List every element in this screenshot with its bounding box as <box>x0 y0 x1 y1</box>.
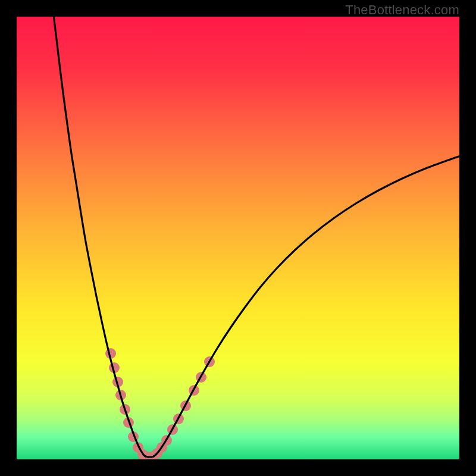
plot-area <box>17 17 459 459</box>
right-curve <box>154 151 459 456</box>
curve-layer <box>17 17 459 459</box>
watermark-text: TheBottleneck.com <box>345 2 459 18</box>
left-curve <box>52 17 146 456</box>
chart-frame: TheBottleneck.com <box>0 0 476 476</box>
bottom-curve <box>146 456 154 457</box>
data-dots <box>105 348 215 459</box>
